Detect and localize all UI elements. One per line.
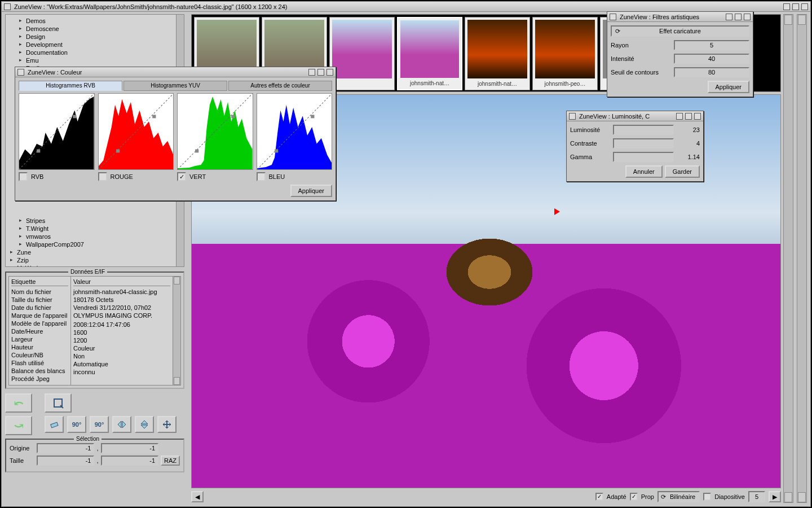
size-label: Taille: [10, 457, 34, 464]
slider-value: 4: [677, 140, 700, 147]
reset-selection-button[interactable]: RAZ: [161, 456, 180, 466]
tab-rvb[interactable]: Histogrammes RVB: [19, 81, 122, 91]
tab-other[interactable]: Autres effets de couleur: [228, 81, 332, 91]
thumbnail[interactable]: johnsmith-peo…: [532, 17, 598, 90]
tree-item[interactable]: Documentation: [7, 49, 183, 56]
slider[interactable]: [613, 152, 674, 162]
eraser-button[interactable]: [45, 416, 64, 433]
thumbnail-caption: johnsmith-nat…: [398, 80, 461, 89]
close-icon[interactable]: [610, 14, 616, 20]
slider[interactable]: 40: [674, 54, 749, 64]
rotate-right-button[interactable]: 90°: [90, 416, 109, 433]
exif-value: inconnu: [73, 368, 170, 376]
slider-label: Seuil de contours: [611, 69, 670, 76]
exif-label: Nom du fichier: [11, 288, 68, 296]
luminosity-titlebar[interactable]: ZuneView : Luminosité, C: [567, 111, 703, 121]
right-scrollbar-2[interactable]: [797, 14, 807, 503]
rotate-left-button[interactable]: 90°: [67, 416, 86, 433]
right-scrollbar-1[interactable]: [783, 14, 793, 503]
color-titlebar[interactable]: ZuneView : Couleur: [15, 67, 336, 77]
resize-button[interactable]: [157, 416, 176, 433]
svg-rect-9: [195, 150, 198, 153]
slider[interactable]: 5: [674, 40, 749, 50]
iconify-icon[interactable]: [676, 113, 683, 120]
fit-checkbox[interactable]: ✓: [595, 493, 603, 501]
slideshow-checkbox[interactable]: [703, 493, 711, 501]
tree-item[interactable]: Zune: [7, 248, 183, 256]
tree-item[interactable]: Development: [7, 41, 183, 49]
histogram-checkbox[interactable]: [98, 172, 107, 181]
exif-label: Taille du fichier: [11, 296, 68, 304]
tree-item[interactable]: Zzip: [7, 256, 183, 264]
zoom-icon[interactable]: [792, 3, 799, 10]
iconify-icon[interactable]: [726, 14, 732, 20]
iconify-icon[interactable]: [783, 3, 790, 10]
tree-item[interactable]: vmwaros: [7, 233, 183, 240]
histogram-label: ROUGE: [111, 173, 133, 180]
slider[interactable]: [613, 125, 674, 135]
undo-button[interactable]: ⤺: [5, 393, 32, 413]
main-titlebar[interactable]: ZuneView : "Work:Extras/Wallpapers/JohnS…: [2, 2, 810, 12]
tree-item[interactable]: WallpaperComp2007: [7, 240, 183, 248]
zoom-icon[interactable]: [317, 69, 324, 76]
luminosity-cancel-button[interactable]: Annuler: [625, 165, 663, 178]
tree-item[interactable]: Demos: [7, 17, 183, 25]
depth-icon[interactable]: [326, 69, 333, 76]
origin-y-field[interactable]: -1: [101, 443, 158, 453]
thumbnail[interactable]: [329, 17, 395, 90]
close-icon[interactable]: [4, 3, 11, 10]
interpolation-combo[interactable]: Bilinéaire: [657, 491, 700, 502]
svg-rect-1: [51, 422, 58, 428]
tree-item[interactable]: Design: [7, 33, 183, 41]
luminosity-window: ZuneView : Luminosité, C Luminosité23Con…: [566, 111, 704, 182]
tab-yuv[interactable]: Histogrammes YUV: [123, 81, 227, 91]
flip-h-button[interactable]: [112, 416, 131, 433]
tree-item[interactable]: Stripes: [7, 217, 183, 225]
close-icon[interactable]: [569, 113, 576, 120]
depth-icon[interactable]: [801, 3, 808, 10]
flip-v-button[interactable]: [135, 416, 154, 433]
tree-item[interactable]: T.Wright: [7, 225, 183, 233]
artistic-filters-window: ZuneView : Filtres artistiques Effet car…: [607, 11, 753, 97]
depth-icon[interactable]: [694, 113, 701, 120]
artistic-apply-button[interactable]: Appliquer: [708, 81, 749, 93]
luminosity-keep-button[interactable]: Garder: [665, 165, 700, 178]
exif-value: Couleur: [73, 344, 170, 352]
exif-value: 2008:12:04 17:47:06: [73, 321, 170, 329]
origin-x-field[interactable]: -1: [37, 443, 94, 453]
depth-icon[interactable]: [744, 14, 751, 20]
slider-label: Contraste: [570, 140, 610, 147]
prop-checkbox[interactable]: ✓: [630, 493, 638, 501]
zoom-icon[interactable]: [685, 113, 692, 120]
histogram-checkbox[interactable]: [257, 172, 266, 181]
slider[interactable]: [613, 138, 674, 148]
slideshow-delay-field[interactable]: 5: [748, 491, 765, 502]
redo-button[interactable]: ⤻: [5, 416, 32, 435]
close-icon[interactable]: [17, 69, 24, 76]
artistic-titlebar[interactable]: ZuneView : Filtres artistiques: [607, 12, 753, 22]
thumbnail[interactable]: johnsmith-nat…: [397, 17, 462, 90]
effect-combo[interactable]: Effet caricature: [611, 25, 749, 37]
histogram-checkbox[interactable]: ✓: [177, 172, 186, 181]
svg-rect-4: [73, 115, 76, 118]
tree-item[interactable]: MyWorkspace: [7, 264, 183, 267]
slider[interactable]: 80: [674, 67, 749, 77]
thumbnail[interactable]: johnsmith-nat…: [465, 17, 530, 90]
color-apply-button[interactable]: Appliquer: [290, 185, 332, 197]
size-h-field[interactable]: -1: [101, 456, 158, 466]
slider-label: Rayon: [611, 42, 670, 49]
svg-rect-3: [37, 150, 40, 153]
iconify-icon[interactable]: [308, 69, 315, 76]
zoom-icon[interactable]: [735, 14, 742, 20]
bottom-bar: ◀ ✓ Adapté ✓ Prop Bilinéaire Diapositive…: [191, 491, 781, 503]
histogram-checkbox[interactable]: [19, 172, 28, 181]
tree-item[interactable]: Demoscene: [7, 25, 183, 33]
tree-item[interactable]: Emu: [7, 56, 183, 64]
slider-label: Intensité: [611, 55, 670, 62]
next-image-button[interactable]: ▶: [769, 491, 781, 502]
crop-button[interactable]: [45, 393, 72, 413]
exif-scrollbar[interactable]: [173, 277, 180, 385]
prev-image-button[interactable]: ◀: [191, 491, 204, 502]
luminosity-title: ZuneView : Luminosité, C: [579, 113, 650, 120]
size-w-field[interactable]: -1: [37, 456, 94, 466]
